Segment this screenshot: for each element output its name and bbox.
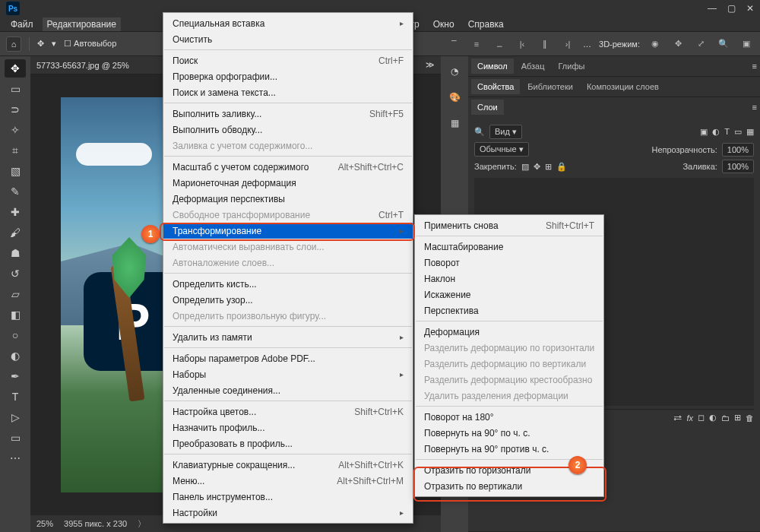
fill-input[interactable]: 100% <box>722 160 754 173</box>
document-tab[interactable]: 57733-65637.jpg @ 25% <box>36 61 129 70</box>
menu-item[interactable]: Удаленные соединения... <box>163 382 413 398</box>
menu-item[interactable]: Наборы параметров Adobe PDF... <box>163 350 413 366</box>
more-align-icon[interactable]: … <box>583 40 591 49</box>
menu-item[interactable]: Клавиатурные сокращения...Alt+Shift+Ctrl… <box>163 457 413 473</box>
frame-tool-icon[interactable]: ▧ <box>5 162 26 180</box>
menu-item[interactable]: Наборы <box>163 366 413 382</box>
menu-item[interactable]: Панель инструментов... <box>163 489 413 505</box>
menu-item[interactable]: Очистить <box>163 31 413 47</box>
history-panel-icon[interactable]: ◔ <box>445 62 464 81</box>
link-layers-icon[interactable]: ⮂ <box>673 413 682 423</box>
swatches-panel-icon[interactable]: ▦ <box>445 114 464 132</box>
trash-icon[interactable]: 🗑 <box>746 413 754 423</box>
menu-help[interactable]: Справка <box>464 17 508 31</box>
path-tool-icon[interactable]: ▷ <box>5 408 26 426</box>
menu-item[interactable]: Деформация <box>415 324 603 340</box>
marquee-tool-icon[interactable]: ▭ <box>5 80 26 98</box>
menu-window[interactable]: Окно <box>429 17 459 31</box>
menu-item[interactable]: Наклон <box>415 271 603 287</box>
menu-item[interactable]: Масштаб с учетом содержимогоAlt+Shift+Ct… <box>163 159 413 175</box>
filter-type-icon[interactable]: T <box>724 127 730 137</box>
menu-item[interactable]: Настройка цветов...Shift+Ctrl+K <box>163 404 413 420</box>
auto-select-checkbox[interactable]: ☐ Автовыбор <box>64 39 116 49</box>
blur-tool-icon[interactable]: ○ <box>5 326 26 344</box>
workspace-icon[interactable]: ▣ <box>739 36 754 52</box>
filter-smart-icon[interactable]: ▦ <box>746 127 754 137</box>
menu-item[interactable]: Масштабирование <box>415 239 603 255</box>
eyedropper-tool-icon[interactable]: ✎ <box>5 182 26 201</box>
lock-position-icon[interactable]: ✥ <box>534 162 540 172</box>
mask-icon[interactable]: ◻ <box>698 413 705 423</box>
align-bottom-icon[interactable]: ⎽ <box>492 36 507 52</box>
color-panel-icon[interactable]: 🎨 <box>445 88 464 106</box>
menu-item[interactable]: Поворот <box>415 255 603 271</box>
menu-item[interactable]: Назначить профиль... <box>163 420 413 435</box>
brush-tool-icon[interactable]: 🖌 <box>5 223 26 242</box>
menu-file[interactable]: Файл <box>6 17 38 31</box>
pen-tool-icon[interactable]: ✒ <box>5 367 26 385</box>
search-icon[interactable]: 🔍 <box>474 127 485 137</box>
menu-item[interactable]: Деформация перспективы <box>163 191 413 207</box>
fx-icon[interactable]: fx <box>686 413 693 423</box>
dodge-tool-icon[interactable]: ◐ <box>5 347 26 365</box>
orbit-icon[interactable]: ◉ <box>648 36 663 52</box>
align-right-icon[interactable]: ›| <box>560 36 575 52</box>
tab-symbol[interactable]: Символ <box>471 59 514 74</box>
tab-paragraph[interactable]: Абзац <box>515 59 551 74</box>
maximize-icon[interactable]: ▢ <box>727 3 736 14</box>
opacity-input[interactable]: 100% <box>722 143 754 157</box>
lock-nested-icon[interactable]: ⊞ <box>545 162 552 172</box>
lock-pixels-icon[interactable]: ▨ <box>521 162 529 172</box>
more-tools-icon[interactable]: ⋯ <box>5 449 26 467</box>
filter-adjustment-icon[interactable]: ◐ <box>712 127 720 137</box>
shape-tool-icon[interactable]: ▭ <box>5 429 26 447</box>
menu-item[interactable]: Повернуть на 90° по ч. с. <box>415 425 603 441</box>
menu-item[interactable]: Удалить из памяти <box>163 329 413 345</box>
tab-properties[interactable]: Свойства <box>471 79 520 94</box>
search-icon[interactable]: 🔍 <box>716 36 731 52</box>
group-icon[interactable]: 🗀 <box>721 413 730 423</box>
menu-item[interactable]: Искажение <box>415 287 603 302</box>
menu-item[interactable]: Применить сноваShift+Ctrl+T <box>415 217 603 233</box>
menu-item[interactable]: Поворот на 180° <box>415 409 603 425</box>
layer-filter-dropdown[interactable]: Вид ▾ <box>489 125 522 139</box>
lock-all-icon[interactable]: 🔒 <box>556 162 567 172</box>
menu-item[interactable]: Определить кисть... <box>163 276 413 292</box>
menu-item[interactable]: Поиск и замена текста... <box>163 84 413 100</box>
tab-libraries[interactable]: Библиотеки <box>521 79 579 94</box>
menu-item[interactable]: Преобразовать в профиль... <box>163 435 413 451</box>
move-tool-icon[interactable]: ✥ <box>5 59 26 78</box>
menu-item[interactable]: Марионеточная деформация <box>163 175 413 191</box>
tab-glyphs[interactable]: Глифы <box>553 59 591 74</box>
panel-menu-icon[interactable]: ≡ <box>752 103 757 112</box>
type-tool-icon[interactable]: T <box>5 388 26 406</box>
history-brush-tool-icon[interactable]: ↺ <box>5 264 26 283</box>
menu-item[interactable]: Определить узор... <box>163 292 413 308</box>
menu-item[interactable]: Настройки <box>163 505 413 521</box>
blend-mode-dropdown[interactable]: Обычные ▾ <box>474 142 529 157</box>
menu-item[interactable]: Выполнить заливку...Shift+F5 <box>163 106 413 122</box>
align-vcenter-icon[interactable]: ≡ <box>469 36 484 52</box>
align-hcenter-icon[interactable]: ‖ <box>537 36 553 52</box>
home-icon[interactable]: ⌂ <box>6 36 21 52</box>
filter-pixel-icon[interactable]: ▣ <box>700 127 708 137</box>
menu-item[interactable]: ПоискCtrl+F <box>163 52 413 68</box>
align-left-icon[interactable]: |‹ <box>515 36 530 52</box>
menu-item[interactable]: Меню...Alt+Shift+Ctrl+M <box>163 473 413 489</box>
heal-tool-icon[interactable]: ✚ <box>5 203 26 221</box>
menu-item[interactable]: Повернуть на 90° против ч. с. <box>415 441 603 457</box>
panel-menu-icon[interactable]: ≡ <box>752 62 757 71</box>
gradient-tool-icon[interactable]: ◧ <box>5 306 26 324</box>
dolly-icon[interactable]: ⤢ <box>693 36 708 52</box>
pan-icon[interactable]: ✥ <box>670 36 686 52</box>
menu-item[interactable]: Специальная вставка <box>163 15 413 31</box>
eraser-tool-icon[interactable]: ▱ <box>5 285 26 303</box>
wand-tool-icon[interactable]: ✧ <box>5 121 26 139</box>
move-tool-icon[interactable]: ✥ <box>37 39 44 49</box>
tab-layers[interactable]: Слои <box>471 100 504 115</box>
zoom-level[interactable]: 25% <box>36 519 53 528</box>
lasso-tool-icon[interactable]: ⊃ <box>5 100 26 119</box>
menu-item[interactable]: Проверка орфографии... <box>163 68 413 84</box>
menu-edit[interactable]: Редактирование <box>43 17 121 31</box>
new-layer-icon[interactable]: ⊞ <box>734 413 741 423</box>
